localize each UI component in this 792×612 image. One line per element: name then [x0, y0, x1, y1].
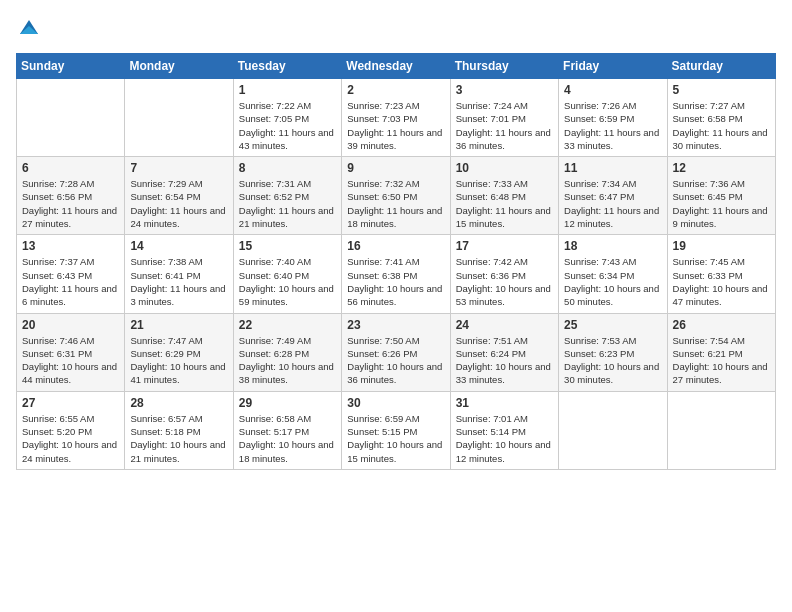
day-number: 31	[456, 396, 553, 410]
calendar-week-row: 20Sunrise: 7:46 AM Sunset: 6:31 PM Dayli…	[17, 313, 776, 391]
day-number: 1	[239, 83, 336, 97]
day-number: 26	[673, 318, 770, 332]
day-number: 7	[130, 161, 227, 175]
calendar-cell: 18Sunrise: 7:43 AM Sunset: 6:34 PM Dayli…	[559, 235, 667, 313]
logo-text	[16, 16, 40, 43]
day-info: Sunrise: 7:32 AM Sunset: 6:50 PM Dayligh…	[347, 177, 444, 230]
day-info: Sunrise: 7:36 AM Sunset: 6:45 PM Dayligh…	[673, 177, 770, 230]
day-info: Sunrise: 7:28 AM Sunset: 6:56 PM Dayligh…	[22, 177, 119, 230]
calendar-cell: 12Sunrise: 7:36 AM Sunset: 6:45 PM Dayli…	[667, 157, 775, 235]
day-number: 10	[456, 161, 553, 175]
calendar-cell: 17Sunrise: 7:42 AM Sunset: 6:36 PM Dayli…	[450, 235, 558, 313]
calendar-cell: 20Sunrise: 7:46 AM Sunset: 6:31 PM Dayli…	[17, 313, 125, 391]
day-number: 6	[22, 161, 119, 175]
day-info: Sunrise: 7:33 AM Sunset: 6:48 PM Dayligh…	[456, 177, 553, 230]
day-number: 23	[347, 318, 444, 332]
weekday-header-thursday: Thursday	[450, 54, 558, 79]
day-number: 3	[456, 83, 553, 97]
day-info: Sunrise: 7:23 AM Sunset: 7:03 PM Dayligh…	[347, 99, 444, 152]
day-number: 27	[22, 396, 119, 410]
day-number: 25	[564, 318, 661, 332]
day-number: 29	[239, 396, 336, 410]
calendar-cell: 26Sunrise: 7:54 AM Sunset: 6:21 PM Dayli…	[667, 313, 775, 391]
weekday-header-friday: Friday	[559, 54, 667, 79]
day-info: Sunrise: 7:50 AM Sunset: 6:26 PM Dayligh…	[347, 334, 444, 387]
day-info: Sunrise: 7:46 AM Sunset: 6:31 PM Dayligh…	[22, 334, 119, 387]
calendar-cell: 22Sunrise: 7:49 AM Sunset: 6:28 PM Dayli…	[233, 313, 341, 391]
day-number: 9	[347, 161, 444, 175]
page-header	[16, 16, 776, 43]
day-number: 30	[347, 396, 444, 410]
weekday-header-saturday: Saturday	[667, 54, 775, 79]
day-info: Sunrise: 7:54 AM Sunset: 6:21 PM Dayligh…	[673, 334, 770, 387]
weekday-header-monday: Monday	[125, 54, 233, 79]
day-number: 24	[456, 318, 553, 332]
calendar-cell	[667, 391, 775, 469]
logo-icon	[18, 16, 40, 38]
day-info: Sunrise: 7:24 AM Sunset: 7:01 PM Dayligh…	[456, 99, 553, 152]
calendar-cell: 13Sunrise: 7:37 AM Sunset: 6:43 PM Dayli…	[17, 235, 125, 313]
day-info: Sunrise: 7:38 AM Sunset: 6:41 PM Dayligh…	[130, 255, 227, 308]
day-info: Sunrise: 7:37 AM Sunset: 6:43 PM Dayligh…	[22, 255, 119, 308]
calendar-cell: 21Sunrise: 7:47 AM Sunset: 6:29 PM Dayli…	[125, 313, 233, 391]
calendar-cell: 9Sunrise: 7:32 AM Sunset: 6:50 PM Daylig…	[342, 157, 450, 235]
calendar-cell: 3Sunrise: 7:24 AM Sunset: 7:01 PM Daylig…	[450, 79, 558, 157]
day-info: Sunrise: 7:26 AM Sunset: 6:59 PM Dayligh…	[564, 99, 661, 152]
day-number: 21	[130, 318, 227, 332]
day-info: Sunrise: 7:47 AM Sunset: 6:29 PM Dayligh…	[130, 334, 227, 387]
day-info: Sunrise: 7:51 AM Sunset: 6:24 PM Dayligh…	[456, 334, 553, 387]
calendar-cell: 30Sunrise: 6:59 AM Sunset: 5:15 PM Dayli…	[342, 391, 450, 469]
calendar-cell: 29Sunrise: 6:58 AM Sunset: 5:17 PM Dayli…	[233, 391, 341, 469]
day-info: Sunrise: 7:01 AM Sunset: 5:14 PM Dayligh…	[456, 412, 553, 465]
day-number: 14	[130, 239, 227, 253]
calendar-cell: 31Sunrise: 7:01 AM Sunset: 5:14 PM Dayli…	[450, 391, 558, 469]
calendar-cell: 16Sunrise: 7:41 AM Sunset: 6:38 PM Dayli…	[342, 235, 450, 313]
calendar-cell: 28Sunrise: 6:57 AM Sunset: 5:18 PM Dayli…	[125, 391, 233, 469]
calendar-cell: 8Sunrise: 7:31 AM Sunset: 6:52 PM Daylig…	[233, 157, 341, 235]
day-number: 28	[130, 396, 227, 410]
day-number: 19	[673, 239, 770, 253]
calendar-cell	[559, 391, 667, 469]
calendar-table: SundayMondayTuesdayWednesdayThursdayFrid…	[16, 53, 776, 470]
calendar-cell: 23Sunrise: 7:50 AM Sunset: 6:26 PM Dayli…	[342, 313, 450, 391]
day-info: Sunrise: 7:31 AM Sunset: 6:52 PM Dayligh…	[239, 177, 336, 230]
calendar-cell: 2Sunrise: 7:23 AM Sunset: 7:03 PM Daylig…	[342, 79, 450, 157]
day-info: Sunrise: 6:55 AM Sunset: 5:20 PM Dayligh…	[22, 412, 119, 465]
day-number: 15	[239, 239, 336, 253]
day-number: 16	[347, 239, 444, 253]
day-info: Sunrise: 7:29 AM Sunset: 6:54 PM Dayligh…	[130, 177, 227, 230]
day-info: Sunrise: 7:43 AM Sunset: 6:34 PM Dayligh…	[564, 255, 661, 308]
calendar-week-row: 1Sunrise: 7:22 AM Sunset: 7:05 PM Daylig…	[17, 79, 776, 157]
day-number: 2	[347, 83, 444, 97]
day-info: Sunrise: 6:57 AM Sunset: 5:18 PM Dayligh…	[130, 412, 227, 465]
weekday-header-tuesday: Tuesday	[233, 54, 341, 79]
calendar-cell: 11Sunrise: 7:34 AM Sunset: 6:47 PM Dayli…	[559, 157, 667, 235]
day-info: Sunrise: 7:41 AM Sunset: 6:38 PM Dayligh…	[347, 255, 444, 308]
day-number: 18	[564, 239, 661, 253]
day-number: 4	[564, 83, 661, 97]
logo	[16, 16, 40, 43]
calendar-cell: 19Sunrise: 7:45 AM Sunset: 6:33 PM Dayli…	[667, 235, 775, 313]
day-number: 13	[22, 239, 119, 253]
calendar-cell	[125, 79, 233, 157]
weekday-header-wednesday: Wednesday	[342, 54, 450, 79]
day-number: 22	[239, 318, 336, 332]
day-info: Sunrise: 7:45 AM Sunset: 6:33 PM Dayligh…	[673, 255, 770, 308]
calendar-cell	[17, 79, 125, 157]
weekday-header-sunday: Sunday	[17, 54, 125, 79]
calendar-week-row: 13Sunrise: 7:37 AM Sunset: 6:43 PM Dayli…	[17, 235, 776, 313]
day-info: Sunrise: 7:53 AM Sunset: 6:23 PM Dayligh…	[564, 334, 661, 387]
day-info: Sunrise: 7:22 AM Sunset: 7:05 PM Dayligh…	[239, 99, 336, 152]
day-info: Sunrise: 7:27 AM Sunset: 6:58 PM Dayligh…	[673, 99, 770, 152]
calendar-cell: 25Sunrise: 7:53 AM Sunset: 6:23 PM Dayli…	[559, 313, 667, 391]
calendar-cell: 14Sunrise: 7:38 AM Sunset: 6:41 PM Dayli…	[125, 235, 233, 313]
calendar-cell: 4Sunrise: 7:26 AM Sunset: 6:59 PM Daylig…	[559, 79, 667, 157]
day-number: 20	[22, 318, 119, 332]
calendar-cell: 10Sunrise: 7:33 AM Sunset: 6:48 PM Dayli…	[450, 157, 558, 235]
calendar-cell: 5Sunrise: 7:27 AM Sunset: 6:58 PM Daylig…	[667, 79, 775, 157]
calendar-week-row: 6Sunrise: 7:28 AM Sunset: 6:56 PM Daylig…	[17, 157, 776, 235]
day-number: 11	[564, 161, 661, 175]
day-info: Sunrise: 6:59 AM Sunset: 5:15 PM Dayligh…	[347, 412, 444, 465]
calendar-cell: 15Sunrise: 7:40 AM Sunset: 6:40 PM Dayli…	[233, 235, 341, 313]
calendar-cell: 6Sunrise: 7:28 AM Sunset: 6:56 PM Daylig…	[17, 157, 125, 235]
